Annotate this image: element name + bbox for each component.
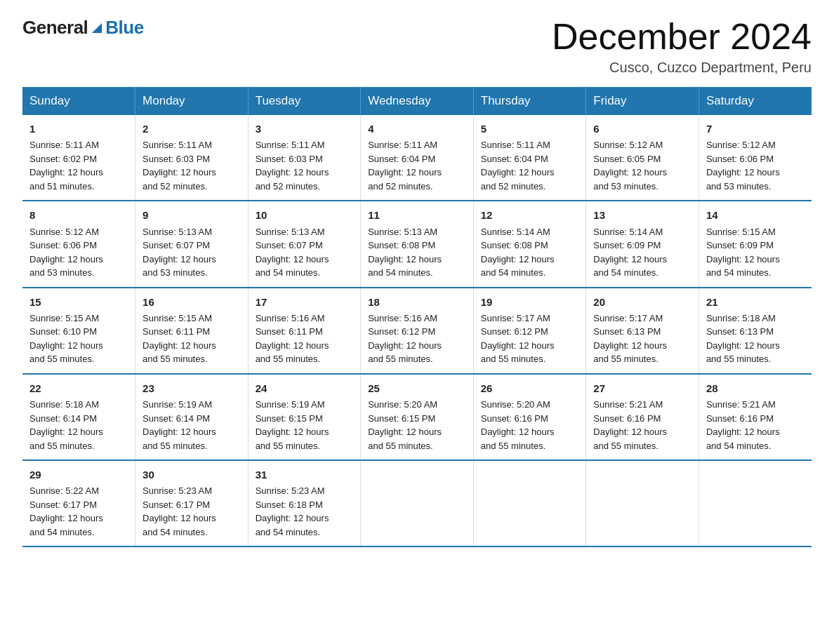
day-number: 10 bbox=[256, 207, 354, 223]
calendar-cell: 21Sunrise: 5:18 AMSunset: 6:13 PMDayligh… bbox=[699, 288, 812, 374]
calendar-cell: 4Sunrise: 5:11 AMSunset: 6:04 PMDaylight… bbox=[361, 115, 474, 201]
day-number: 3 bbox=[256, 121, 354, 137]
day-info: Sunrise: 5:13 AMSunset: 6:08 PMDaylight:… bbox=[368, 225, 466, 280]
day-number: 11 bbox=[368, 207, 466, 223]
calendar-cell bbox=[361, 460, 474, 546]
calendar-cell: 13Sunrise: 5:14 AMSunset: 6:09 PMDayligh… bbox=[586, 201, 699, 287]
header-monday: Monday bbox=[135, 87, 249, 115]
day-info: Sunrise: 5:18 AMSunset: 6:14 PMDaylight:… bbox=[29, 398, 128, 452]
day-info: Sunrise: 5:14 AMSunset: 6:09 PMDaylight:… bbox=[593, 225, 691, 280]
calendar-cell: 27Sunrise: 5:21 AMSunset: 6:16 PMDayligh… bbox=[586, 374, 699, 460]
day-number: 7 bbox=[706, 121, 805, 137]
header-tuesday: Tuesday bbox=[248, 87, 361, 115]
day-info: Sunrise: 5:16 AMSunset: 6:12 PMDaylight:… bbox=[368, 311, 466, 366]
calendar-cell: 18Sunrise: 5:16 AMSunset: 6:12 PMDayligh… bbox=[361, 288, 474, 374]
logo-general-text: General bbox=[22, 17, 88, 39]
day-info: Sunrise: 5:11 AMSunset: 6:03 PMDaylight:… bbox=[143, 138, 241, 193]
calendar-table: SundayMondayTuesdayWednesdayThursdayFrid… bbox=[22, 87, 812, 547]
calendar-cell: 23Sunrise: 5:19 AMSunset: 6:14 PMDayligh… bbox=[135, 374, 249, 460]
calendar-cell: 29Sunrise: 5:22 AMSunset: 6:17 PMDayligh… bbox=[22, 460, 135, 546]
day-info: Sunrise: 5:11 AMSunset: 6:02 PMDaylight:… bbox=[29, 138, 128, 193]
calendar-cell: 15Sunrise: 5:15 AMSunset: 6:10 PMDayligh… bbox=[22, 288, 135, 374]
calendar-cell: 7Sunrise: 5:12 AMSunset: 6:06 PMDaylight… bbox=[699, 115, 812, 201]
calendar-cell: 24Sunrise: 5:19 AMSunset: 6:15 PMDayligh… bbox=[248, 374, 361, 460]
logo-triangle-icon bbox=[89, 20, 105, 36]
day-info: Sunrise: 5:21 AMSunset: 6:16 PMDaylight:… bbox=[706, 398, 805, 452]
day-number: 20 bbox=[593, 294, 691, 310]
logo-area: General Blue bbox=[22, 17, 144, 39]
day-number: 28 bbox=[706, 380, 805, 396]
day-info: Sunrise: 5:18 AMSunset: 6:13 PMDaylight:… bbox=[706, 311, 805, 366]
day-info: Sunrise: 5:23 AMSunset: 6:18 PMDaylight:… bbox=[256, 484, 354, 539]
day-number: 9 bbox=[143, 207, 241, 223]
day-number: 22 bbox=[29, 380, 128, 396]
calendar-cell bbox=[473, 460, 586, 546]
calendar-cell: 31Sunrise: 5:23 AMSunset: 6:18 PMDayligh… bbox=[248, 460, 361, 546]
header: General Blue December 2024 Cusco, Cuzco … bbox=[22, 17, 812, 76]
week-row-3: 15Sunrise: 5:15 AMSunset: 6:10 PMDayligh… bbox=[22, 288, 812, 374]
calendar-cell: 5Sunrise: 5:11 AMSunset: 6:04 PMDaylight… bbox=[473, 115, 586, 201]
header-wednesday: Wednesday bbox=[361, 87, 474, 115]
day-info: Sunrise: 5:12 AMSunset: 6:06 PMDaylight:… bbox=[706, 138, 805, 193]
location: Cusco, Cuzco Department, Peru bbox=[552, 60, 812, 76]
day-info: Sunrise: 5:17 AMSunset: 6:13 PMDaylight:… bbox=[593, 311, 691, 366]
day-number: 21 bbox=[706, 294, 805, 310]
calendar-cell bbox=[699, 460, 812, 546]
day-info: Sunrise: 5:15 AMSunset: 6:09 PMDaylight:… bbox=[706, 225, 805, 280]
day-number: 16 bbox=[143, 294, 241, 310]
day-info: Sunrise: 5:12 AMSunset: 6:05 PMDaylight:… bbox=[593, 138, 691, 193]
calendar-body: 1Sunrise: 5:11 AMSunset: 6:02 PMDaylight… bbox=[22, 115, 812, 546]
day-number: 25 bbox=[368, 380, 466, 396]
day-number: 23 bbox=[143, 380, 241, 396]
day-info: Sunrise: 5:19 AMSunset: 6:14 PMDaylight:… bbox=[143, 398, 241, 452]
day-number: 29 bbox=[29, 467, 128, 483]
header-sunday: Sunday bbox=[22, 87, 135, 115]
calendar-cell: 26Sunrise: 5:20 AMSunset: 6:16 PMDayligh… bbox=[473, 374, 586, 460]
day-info: Sunrise: 5:12 AMSunset: 6:06 PMDaylight:… bbox=[29, 225, 128, 280]
day-info: Sunrise: 5:15 AMSunset: 6:11 PMDaylight:… bbox=[143, 311, 241, 366]
calendar-cell: 19Sunrise: 5:17 AMSunset: 6:12 PMDayligh… bbox=[473, 288, 586, 374]
day-number: 14 bbox=[706, 207, 805, 223]
calendar-cell: 1Sunrise: 5:11 AMSunset: 6:02 PMDaylight… bbox=[22, 115, 135, 201]
calendar-cell bbox=[586, 460, 699, 546]
day-info: Sunrise: 5:20 AMSunset: 6:16 PMDaylight:… bbox=[481, 398, 579, 452]
day-info: Sunrise: 5:15 AMSunset: 6:10 PMDaylight:… bbox=[29, 311, 128, 366]
day-number: 4 bbox=[368, 121, 466, 137]
calendar-cell: 22Sunrise: 5:18 AMSunset: 6:14 PMDayligh… bbox=[22, 374, 135, 460]
day-number: 8 bbox=[29, 207, 128, 223]
day-info: Sunrise: 5:22 AMSunset: 6:17 PMDaylight:… bbox=[29, 484, 128, 539]
calendar-cell: 25Sunrise: 5:20 AMSunset: 6:15 PMDayligh… bbox=[361, 374, 474, 460]
title-area: December 2024 Cusco, Cuzco Department, P… bbox=[552, 17, 812, 76]
day-number: 1 bbox=[29, 121, 128, 137]
day-info: Sunrise: 5:21 AMSunset: 6:16 PMDaylight:… bbox=[593, 398, 691, 452]
day-number: 31 bbox=[256, 467, 354, 483]
days-header-row: SundayMondayTuesdayWednesdayThursdayFrid… bbox=[22, 87, 812, 115]
day-number: 15 bbox=[29, 294, 128, 310]
day-number: 24 bbox=[256, 380, 354, 396]
day-info: Sunrise: 5:17 AMSunset: 6:12 PMDaylight:… bbox=[481, 311, 579, 366]
logo-blue-text: Blue bbox=[105, 17, 143, 39]
calendar-cell: 10Sunrise: 5:13 AMSunset: 6:07 PMDayligh… bbox=[248, 201, 361, 287]
day-info: Sunrise: 5:13 AMSunset: 6:07 PMDaylight:… bbox=[143, 225, 241, 280]
header-saturday: Saturday bbox=[699, 87, 812, 115]
logo: General Blue bbox=[22, 17, 144, 39]
day-info: Sunrise: 5:20 AMSunset: 6:15 PMDaylight:… bbox=[368, 398, 466, 452]
calendar-cell: 14Sunrise: 5:15 AMSunset: 6:09 PMDayligh… bbox=[699, 201, 812, 287]
day-number: 5 bbox=[481, 121, 579, 137]
day-number: 30 bbox=[143, 467, 241, 483]
svg-marker-0 bbox=[92, 23, 102, 33]
day-info: Sunrise: 5:11 AMSunset: 6:04 PMDaylight:… bbox=[368, 138, 466, 193]
day-number: 13 bbox=[593, 207, 691, 223]
day-number: 17 bbox=[256, 294, 354, 310]
day-info: Sunrise: 5:23 AMSunset: 6:17 PMDaylight:… bbox=[143, 484, 241, 539]
calendar-cell: 6Sunrise: 5:12 AMSunset: 6:05 PMDaylight… bbox=[586, 115, 699, 201]
day-info: Sunrise: 5:11 AMSunset: 6:03 PMDaylight:… bbox=[256, 138, 354, 193]
calendar-cell: 9Sunrise: 5:13 AMSunset: 6:07 PMDaylight… bbox=[135, 201, 249, 287]
week-row-1: 1Sunrise: 5:11 AMSunset: 6:02 PMDaylight… bbox=[22, 115, 812, 201]
day-info: Sunrise: 5:11 AMSunset: 6:04 PMDaylight:… bbox=[481, 138, 579, 193]
calendar-cell: 16Sunrise: 5:15 AMSunset: 6:11 PMDayligh… bbox=[135, 288, 249, 374]
day-info: Sunrise: 5:13 AMSunset: 6:07 PMDaylight:… bbox=[256, 225, 354, 280]
week-row-5: 29Sunrise: 5:22 AMSunset: 6:17 PMDayligh… bbox=[22, 460, 812, 546]
page: General Blue December 2024 Cusco, Cuzco … bbox=[0, 0, 834, 570]
day-number: 18 bbox=[368, 294, 466, 310]
